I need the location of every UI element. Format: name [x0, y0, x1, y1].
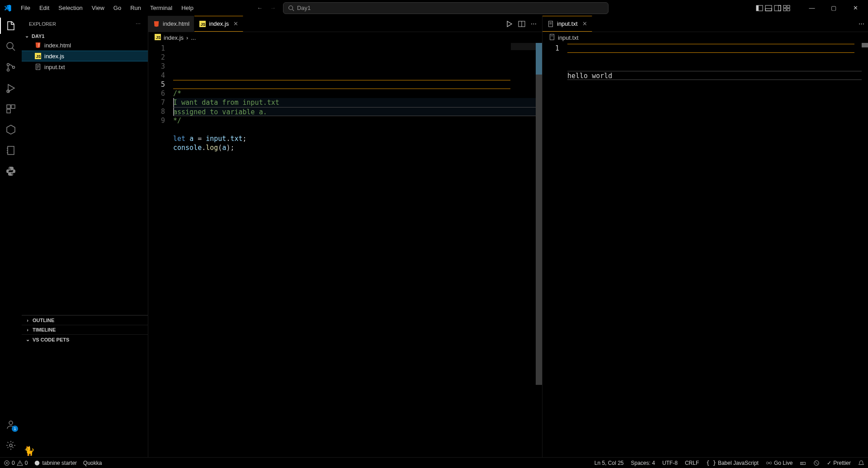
- svg-rect-6: [774, 5, 781, 11]
- status-port-icon[interactable]: [800, 460, 806, 466]
- layout-sidebar-left-icon[interactable]: [756, 5, 763, 12]
- nav-forward-icon[interactable]: →: [268, 4, 278, 12]
- svg-rect-23: [8, 146, 14, 154]
- svg-rect-9: [787, 5, 790, 8]
- tab-label: index.js: [209, 20, 229, 27]
- svg-rect-20: [11, 105, 15, 108]
- status-spaces[interactable]: Spaces: 4: [631, 460, 655, 466]
- breadcrumb-right[interactable]: input.txt: [542, 32, 868, 43]
- tab-label: index.html: [163, 20, 189, 27]
- menu-selection[interactable]: Selection: [55, 3, 86, 13]
- folder-name: DAY1: [32, 33, 44, 39]
- sidebar-more-icon[interactable]: ⋯: [136, 21, 141, 27]
- search-icon: [288, 5, 294, 11]
- layout-customize-icon[interactable]: [783, 5, 790, 12]
- menu-view[interactable]: View: [88, 3, 108, 13]
- html-file-icon: [34, 42, 42, 49]
- status-language[interactable]: { } Babel JavaScript: [706, 460, 759, 466]
- window-maximize[interactable]: ▢: [825, 2, 843, 14]
- tab-input-txt[interactable]: input.txt ✕: [542, 16, 592, 32]
- window-close[interactable]: ✕: [846, 2, 864, 14]
- file-tree: index.html JS index.js input.txt: [22, 40, 148, 315]
- pets-label: VS CODE PETS: [33, 337, 69, 342]
- tab-index-js[interactable]: JS index.js ✕: [194, 16, 243, 32]
- scroll-thumb[interactable]: [536, 43, 542, 75]
- status-cursor-position[interactable]: Ln 5, Col 25: [594, 460, 624, 466]
- minimap-slider[interactable]: [511, 43, 536, 50]
- activity-search-icon[interactable]: [5, 40, 17, 53]
- close-icon[interactable]: ✕: [233, 20, 238, 27]
- svg-rect-11: [787, 9, 790, 11]
- status-liveshare-icon[interactable]: [813, 460, 820, 466]
- more-icon[interactable]: ⋯: [859, 20, 864, 27]
- menu-go[interactable]: Go: [110, 3, 125, 13]
- more-icon[interactable]: ⋯: [531, 20, 537, 27]
- timeline-section[interactable]: › TIMELINE: [22, 325, 148, 334]
- svg-text:JS: JS: [36, 54, 41, 59]
- statusbar: 0 0 tabnine starter Quokka Ln 5, Col 25 …: [0, 457, 868, 468]
- layout-panel-icon[interactable]: [765, 5, 772, 12]
- window-minimize[interactable]: —: [803, 2, 821, 14]
- status-tabnine[interactable]: tabnine starter: [34, 460, 77, 466]
- activity-settings-icon[interactable]: [5, 439, 17, 452]
- activity-source-control-icon[interactable]: [5, 61, 17, 74]
- scrollbar[interactable]: [862, 43, 868, 457]
- activity-explorer-icon[interactable]: [5, 19, 17, 32]
- folder-header[interactable]: ⌄ DAY1: [22, 32, 148, 40]
- activity-notebook-icon[interactable]: [5, 144, 17, 157]
- file-item-index-js[interactable]: JS index.js: [22, 51, 148, 61]
- chevron-right-icon: ›: [24, 327, 31, 332]
- tab-label: input.txt: [557, 20, 578, 27]
- code-content[interactable]: hello world: [567, 43, 868, 457]
- status-encoding[interactable]: UTF-8: [662, 460, 678, 466]
- html-file-icon: [153, 20, 160, 28]
- search-placeholder: Day1: [297, 5, 311, 11]
- activity-extensions-icon[interactable]: [5, 103, 17, 115]
- svg-text:JS: JS: [156, 35, 161, 40]
- code-area-left[interactable]: 123456789 /*I want data from input.txtas…: [148, 43, 542, 457]
- code-area-right[interactable]: 1 hello world: [542, 43, 868, 457]
- tab-index-html[interactable]: index.html: [148, 16, 194, 32]
- status-golive[interactable]: Go Live: [766, 460, 793, 466]
- layout-sidebar-right-icon[interactable]: [774, 5, 781, 12]
- svg-line-58: [815, 461, 818, 464]
- timeline-label: TIMELINE: [33, 327, 56, 332]
- breadcrumb-sep: ›: [186, 34, 188, 41]
- menu-file[interactable]: File: [17, 3, 34, 13]
- status-prettier[interactable]: ✓ Prettier: [827, 460, 851, 466]
- breadcrumb-left[interactable]: JS index.js › ...: [148, 32, 542, 43]
- command-center-search[interactable]: Day1: [283, 2, 609, 14]
- status-problems[interactable]: 0 0: [4, 460, 28, 466]
- menu-help[interactable]: Help: [178, 3, 197, 13]
- activity-run-debug-icon[interactable]: [5, 82, 17, 94]
- file-item-index-html[interactable]: index.html: [22, 40, 148, 51]
- pet-cat-icon[interactable]: 🐈: [24, 445, 35, 456]
- activity-python-icon[interactable]: [5, 165, 17, 178]
- breadcrumb-file: index.js: [164, 34, 184, 41]
- run-icon[interactable]: [505, 20, 513, 28]
- nav-back-icon[interactable]: ←: [255, 4, 264, 12]
- scrollbar[interactable]: [536, 43, 542, 457]
- code-content[interactable]: /*I want data from input.txtassigned to …: [173, 43, 542, 457]
- activity-accounts-icon[interactable]: 1: [5, 418, 17, 431]
- activity-hex-icon[interactable]: [5, 123, 17, 136]
- txt-file-icon: [34, 63, 42, 70]
- outline-label: OUTLINE: [33, 318, 54, 323]
- close-icon[interactable]: ✕: [582, 20, 587, 27]
- pets-section[interactable]: ⌄ VS CODE PETS: [22, 334, 148, 344]
- outline-section[interactable]: › OUTLINE: [22, 315, 148, 325]
- menu-edit[interactable]: Edit: [36, 3, 53, 13]
- menu-terminal[interactable]: Terminal: [146, 3, 176, 13]
- status-notifications-icon[interactable]: [858, 460, 864, 466]
- menu-run[interactable]: Run: [127, 3, 145, 13]
- status-eol[interactable]: CRLF: [685, 460, 699, 466]
- svg-marker-22: [7, 125, 15, 134]
- file-label: index.html: [44, 42, 71, 49]
- editor-group-2: input.txt ✕ ⋯ input.txt 1 hello world: [542, 16, 868, 457]
- sidebar-explorer: EXPLORER ⋯ ⌄ DAY1 index.html JS index.js…: [22, 16, 148, 457]
- split-editor-icon[interactable]: [518, 20, 525, 28]
- minimap[interactable]: [511, 43, 536, 457]
- status-quokka[interactable]: Quokka: [83, 460, 102, 466]
- breadcrumb-rest: ...: [191, 34, 196, 41]
- file-item-input-txt[interactable]: input.txt: [22, 61, 148, 72]
